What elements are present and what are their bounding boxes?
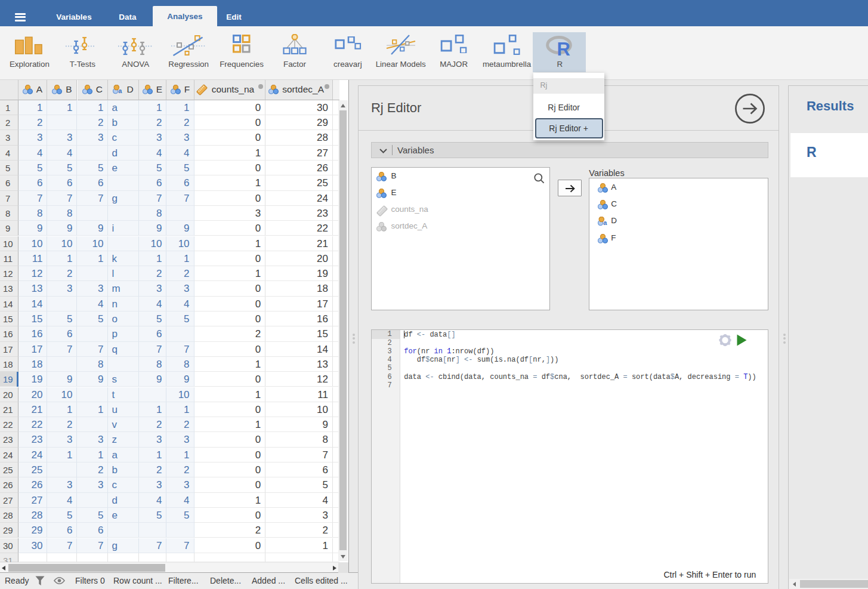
svg-text:a: a: [603, 220, 607, 227]
svg-text:R: R: [557, 39, 570, 59]
svg-text:a: a: [119, 88, 123, 95]
